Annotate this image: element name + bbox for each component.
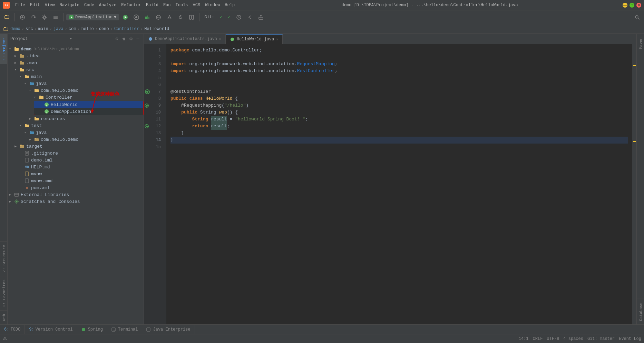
- toolbar-btn-sync[interactable]: [29, 13, 38, 21]
- tree-item-resources[interactable]: ▶ resources: [8, 115, 144, 122]
- toolbar-btn-settings[interactable]: [40, 13, 49, 21]
- coverage-button[interactable]: [143, 13, 152, 21]
- rollback-button[interactable]: [176, 13, 185, 21]
- tab-close-helloworld[interactable]: ✕: [276, 37, 278, 41]
- sidebar-settings-btn[interactable]: ⚙: [128, 35, 134, 42]
- tree-item-mvn[interactable]: ▶ .mvn: [8, 59, 144, 66]
- tab-maven[interactable]: Maven: [637, 34, 644, 52]
- tree-item-scratches[interactable]: ▶ Scratches and Consoles: [8, 198, 144, 205]
- svg-rect-66: [25, 158, 29, 162]
- breadcrumb-controller[interactable]: Controller: [114, 27, 139, 31]
- git-rollback[interactable]: [245, 13, 255, 21]
- breadcrumb-hello[interactable]: hello: [81, 27, 94, 31]
- tree-item-helloworld[interactable]: C HelloWorld: [34, 101, 143, 108]
- tree-item-mvnw[interactable]: mvnw: [8, 170, 144, 177]
- tab-web[interactable]: Web: [0, 310, 7, 324]
- tree-item-pomxml[interactable]: m pom.xml: [8, 184, 144, 191]
- tree-item-idea[interactable]: ▶ .idea: [8, 52, 144, 59]
- git-history[interactable]: [234, 13, 244, 21]
- toolbar-btn-collapse[interactable]: [51, 13, 60, 21]
- tab-demoapplication-tests[interactable]: DemoApplicationTests.java ✕: [144, 34, 226, 44]
- menu-bar[interactable]: File Edit View Navigate Code Analyze Ref…: [13, 2, 237, 8]
- sidebar-expand-btn[interactable]: ⇅: [121, 35, 127, 42]
- status-line-ending[interactable]: CRLF: [533, 336, 543, 341]
- bottom-tab-javaenterprise[interactable]: Java Enterprise: [142, 325, 195, 334]
- tree-item-src[interactable]: ▾ src: [8, 66, 144, 73]
- status-event-log[interactable]: Event Log: [619, 336, 641, 341]
- status-encoding[interactable]: UTF-8: [547, 336, 559, 341]
- tree-item-test-java[interactable]: ▾ java: [8, 129, 144, 136]
- breadcrumb-src[interactable]: src: [26, 27, 33, 31]
- git-checkmark-2[interactable]: ✓: [226, 13, 232, 21]
- vcs-update-button[interactable]: [187, 13, 196, 21]
- menu-edit[interactable]: Edit: [28, 2, 42, 8]
- sidebar-locate-btn[interactable]: ⊕: [114, 35, 119, 42]
- status-vcs[interactable]: Git: master: [587, 336, 615, 341]
- tree-item-iml[interactable]: demo.iml: [8, 157, 144, 164]
- close-button[interactable]: ✕: [636, 3, 641, 8]
- sidebar-tools[interactable]: ⊕ ⇅ ⚙ —: [114, 35, 141, 42]
- code-content[interactable]: package com.hello.demo.Controller; impor…: [166, 44, 632, 324]
- breadcrumb-com[interactable]: com: [69, 27, 76, 31]
- build-button[interactable]: [165, 13, 174, 21]
- tree-item-libraries[interactable]: ▶ External Libraries: [8, 191, 144, 198]
- tree-item-controller[interactable]: ▾ Controller: [8, 94, 144, 101]
- tree-item-main[interactable]: ▾ main: [8, 73, 144, 80]
- tree-item-test[interactable]: ▾ test: [8, 122, 144, 129]
- toolbar-btn-add[interactable]: [18, 13, 27, 21]
- breadcrumb-main[interactable]: main: [38, 27, 48, 31]
- menu-analyze[interactable]: Analyze: [97, 2, 118, 8]
- menu-view[interactable]: View: [43, 2, 57, 8]
- bottom-tab-terminal[interactable]: Terminal: [107, 325, 143, 334]
- menu-navigate[interactable]: Navigate: [57, 2, 81, 8]
- tab-favorites[interactable]: 2: Favorites: [0, 276, 7, 310]
- breadcrumb-java[interactable]: java: [53, 27, 64, 31]
- bottom-tab-vcs[interactable]: 9: Version Control: [25, 325, 77, 334]
- debug-button[interactable]: [131, 13, 141, 21]
- line-num-3: 3: [151, 61, 164, 68]
- project-icon-btn[interactable]: [2, 13, 12, 21]
- menu-build[interactable]: Build: [144, 2, 160, 8]
- search-everywhere[interactable]: [632, 13, 642, 21]
- menu-window[interactable]: Window: [203, 2, 222, 8]
- bottom-tab-spring[interactable]: Spring: [77, 325, 107, 334]
- menu-code[interactable]: Code: [82, 2, 96, 8]
- run-config-selector[interactable]: DemoApplication ▼: [66, 14, 119, 20]
- bottom-tab-todo[interactable]: 6: TODO: [0, 325, 25, 334]
- git-checkmark-1[interactable]: ✓: [218, 13, 224, 21]
- menu-run[interactable]: Run: [161, 2, 173, 8]
- svg-rect-77: [112, 328, 115, 331]
- tree-item-java-dir[interactable]: ▾ java: [8, 80, 144, 87]
- menu-file[interactable]: File: [13, 2, 27, 8]
- menu-vcs[interactable]: VCS: [191, 2, 203, 8]
- tab-close-demoapptests[interactable]: ✕: [219, 37, 221, 41]
- minimize-button[interactable]: —: [623, 3, 627, 8]
- sidebar-minimize-btn[interactable]: —: [135, 35, 141, 42]
- breadcrumb-file[interactable]: HelloWorld: [144, 27, 169, 31]
- tree-item-test-package[interactable]: ▶ com.hello.demo: [8, 136, 144, 143]
- maximize-button[interactable]: □: [630, 3, 634, 8]
- tree-item-package[interactable]: ▾ com.hello.demo: [8, 87, 144, 94]
- tab-structure[interactable]: 7: Structure: [0, 241, 7, 276]
- menu-tools[interactable]: Tools: [174, 2, 190, 8]
- window-controls[interactable]: — □ ✕: [623, 3, 641, 8]
- tree-item-demoapplication[interactable]: C DemoApplication: [34, 108, 143, 115]
- profile-button[interactable]: [154, 13, 163, 21]
- status-indent[interactable]: 4 spaces: [563, 336, 583, 341]
- tree-item-gitignore[interactable]: .gitignore: [8, 150, 144, 157]
- helloworld-tab-icon: [230, 37, 235, 42]
- status-position[interactable]: 14:1: [519, 336, 529, 341]
- breadcrumb-demo[interactable]: demo: [10, 27, 20, 31]
- breadcrumb-demo2[interactable]: demo: [99, 27, 109, 31]
- tab-database[interactable]: Database: [637, 299, 644, 324]
- menu-help[interactable]: Help: [223, 2, 237, 8]
- menu-refactor[interactable]: Refactor: [119, 2, 143, 8]
- tree-item-target[interactable]: ▶ target: [8, 143, 144, 150]
- tree-item-mvnwcmd[interactable]: mvnw.cmd: [8, 177, 144, 184]
- tree-item-demo[interactable]: ▾ demo D:\IDEA\Project\demo: [8, 46, 144, 52]
- tree-item-helpmd[interactable]: MD HELP.md: [8, 164, 144, 170]
- git-push[interactable]: [256, 13, 266, 21]
- tab-project[interactable]: 1: Project: [0, 34, 7, 64]
- tab-helloworld[interactable]: HelloWorld.java ✕: [226, 34, 283, 44]
- run-button[interactable]: [120, 13, 130, 21]
